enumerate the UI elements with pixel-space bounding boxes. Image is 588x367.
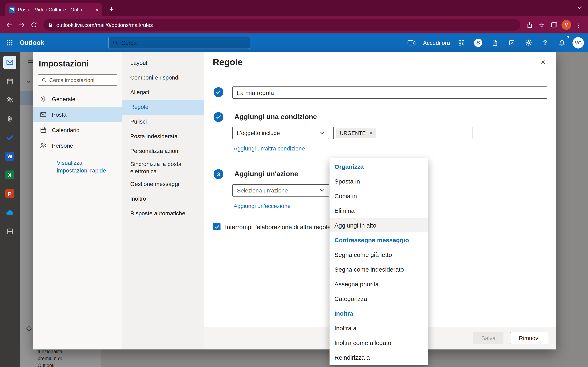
browser-tab-strip: Posta - Video Cultur-e - Outlo × +: [0, 0, 588, 16]
forward-icon[interactable]: [16, 19, 28, 31]
app-launcher-icon[interactable]: [0, 33, 20, 52]
tab-search-chevron-icon[interactable]: [577, 6, 582, 9]
browser-menu-icon[interactable]: ⋮: [572, 19, 585, 31]
tab-close-icon[interactable]: ×: [95, 6, 98, 13]
add-condition-link[interactable]: Aggiungi un'altra condizione: [233, 145, 305, 152]
people-icon: [40, 142, 47, 149]
outlook-search-input[interactable]: [121, 40, 246, 46]
add-exception-link[interactable]: Aggiungi un'eccezione: [233, 203, 291, 209]
rail-excel-icon[interactable]: X: [3, 168, 16, 182]
nav-label: Calendario: [52, 127, 79, 133]
category-pulisci[interactable]: Pulisci: [122, 115, 204, 129]
browser-tab[interactable]: Posta - Video Cultur-e - Outlo ×: [5, 3, 102, 16]
outlook-wordmark[interactable]: Outlook: [20, 39, 44, 46]
settings-nav-panel: Impostazioni Generale Posta: [33, 52, 122, 350]
reload-icon[interactable]: [28, 19, 40, 31]
browser-profile-avatar[interactable]: V: [560, 19, 572, 31]
settings-nav-posta[interactable]: Posta: [33, 107, 122, 122]
category-layout[interactable]: Layout: [122, 56, 204, 71]
close-icon[interactable]: ×: [537, 57, 549, 68]
rail-todo-icon[interactable]: [3, 131, 16, 144]
settings-nav-generale[interactable]: Generale: [33, 91, 122, 107]
notifications-bell-icon[interactable]: 7: [556, 36, 568, 49]
bookmark-star-icon[interactable]: ☆: [536, 19, 548, 31]
rule-name-input[interactable]: [232, 86, 547, 99]
gear-icon: [40, 96, 47, 102]
settings-category-panel: Layout Componi e rispondi Allegati Regol…: [122, 52, 204, 350]
rail-powerpoint-icon[interactable]: P: [3, 187, 16, 200]
menu-item-segna-indesiderato[interactable]: Segna come indesiderato: [329, 262, 428, 276]
qr-code-icon[interactable]: [455, 36, 467, 49]
nav-label: Persone: [52, 142, 73, 149]
settings-nav-persone[interactable]: Persone: [33, 138, 122, 153]
sign-in-link[interactable]: Accedi ora: [423, 39, 450, 46]
condition-heading: Aggiungi una condizione: [234, 113, 317, 121]
rail-onedrive-icon[interactable]: [3, 206, 16, 219]
rail-mail-icon[interactable]: [3, 56, 16, 69]
rail-word-icon[interactable]: W: [3, 150, 16, 163]
action-select-menu: Organizza Sposta in Copia in Elimina Agg…: [329, 158, 428, 365]
stop-processing-checkbox[interactable]: [213, 223, 221, 230]
condition-dropdown[interactable]: L'oggetto include: [232, 127, 329, 139]
notification-count-badge: 7: [567, 35, 569, 40]
condition-chip[interactable]: URGENTE ×: [336, 128, 376, 138]
url-bar[interactable]: outlook.live.com/mail/0/options/mail/rul…: [43, 19, 520, 31]
menu-item-categorizza[interactable]: Categorizza: [329, 291, 428, 306]
stop-processing-row[interactable]: Interrompi l'elaborazione di altre regol…: [213, 223, 331, 230]
rail-more-apps-icon[interactable]: [3, 225, 16, 238]
condition-value-field[interactable]: URGENTE ×: [333, 127, 472, 139]
category-componi[interactable]: Componi e rispondi: [122, 71, 204, 85]
settings-search-input[interactable]: [49, 77, 113, 83]
save-button[interactable]: Salva: [473, 332, 503, 344]
menu-item-elimina[interactable]: Elimina: [329, 203, 428, 218]
app-rail: W X P: [0, 52, 20, 367]
category-sincronizza[interactable]: Sincronizza la posta elettronica: [122, 159, 204, 177]
menu-item-copia-in[interactable]: Copia in: [329, 188, 428, 203]
settings-gear-icon[interactable]: [522, 36, 535, 49]
new-tab-button[interactable]: +: [106, 4, 117, 15]
category-gestione-messaggi[interactable]: Gestione messaggi: [122, 177, 204, 192]
step-3-badge: 3: [214, 169, 223, 179]
share-icon[interactable]: [523, 19, 536, 31]
menu-item-inoltra-a[interactable]: Inoltra a: [329, 320, 428, 335]
step-1-check-icon: [214, 87, 223, 97]
side-panel-icon[interactable]: [548, 19, 560, 31]
back-icon[interactable]: [3, 19, 16, 31]
menu-item-reindirizza-a[interactable]: Reindirizza a: [329, 350, 428, 365]
category-inoltro[interactable]: Inoltro: [122, 192, 204, 206]
browser-toolbar: outlook.live.com/mail/0/options/mail/rul…: [0, 16, 588, 33]
settings-search-box[interactable]: [38, 74, 117, 86]
chevron-down-icon: [320, 189, 325, 192]
condition-dropdown-value: L'oggetto include: [237, 130, 280, 136]
quick-settings-link[interactable]: Visualizza impostazioni rapide: [33, 153, 111, 175]
menu-item-aggiungi-in-alto[interactable]: Aggiungi in alto: [329, 218, 428, 233]
menu-item-sposta-in[interactable]: Sposta in: [329, 174, 428, 188]
outlook-favicon-icon: [9, 6, 15, 13]
action-dropdown-placeholder: Seleziona un'azione: [237, 187, 288, 194]
mail-icon: [40, 111, 47, 118]
rail-people-icon[interactable]: [3, 93, 16, 106]
tasks-icon[interactable]: [506, 36, 518, 49]
settings-title: Impostazioni: [33, 52, 122, 73]
menu-item-inoltra-allegato[interactable]: Inoltra come allegato: [329, 335, 428, 350]
remove-button[interactable]: Rimuovi: [510, 332, 548, 344]
document-icon[interactable]: [489, 36, 501, 49]
help-icon[interactable]: ?: [539, 36, 551, 49]
category-risposte-automatiche[interactable]: Risposte automatiche: [122, 206, 204, 221]
chip-remove-icon[interactable]: ×: [369, 130, 372, 136]
meet-now-icon[interactable]: [406, 36, 418, 49]
step-2-check-icon: [214, 112, 223, 122]
skype-icon[interactable]: S: [472, 36, 484, 49]
rail-calendar-icon[interactable]: [3, 75, 16, 88]
category-allegati[interactable]: Allegati: [122, 85, 204, 100]
category-posta-indesiderata[interactable]: Posta indesiderata: [122, 129, 204, 144]
settings-nav-calendario[interactable]: Calendario: [33, 122, 122, 138]
outlook-search-box[interactable]: [108, 37, 250, 49]
rail-attachments-icon[interactable]: [3, 112, 16, 125]
menu-item-assegna-priorita[interactable]: Assegna priorità: [329, 276, 428, 291]
category-personalizza-azioni[interactable]: Personalizza azioni: [122, 144, 204, 159]
action-dropdown[interactable]: Seleziona un'azione: [232, 184, 329, 197]
category-regole[interactable]: Regole: [122, 100, 204, 115]
menu-item-segna-gia-letto[interactable]: Segna come già letto: [329, 247, 428, 262]
account-avatar[interactable]: VC: [572, 37, 584, 48]
